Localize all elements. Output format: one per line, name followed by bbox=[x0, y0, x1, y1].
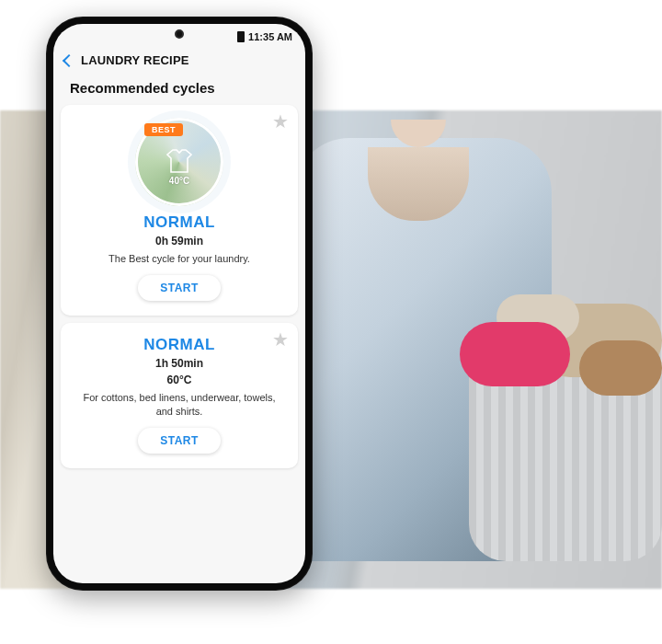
cycle-name: NORMAL bbox=[75, 213, 283, 232]
back-icon[interactable] bbox=[63, 53, 75, 66]
status-time: 11:35 AM bbox=[248, 31, 292, 42]
cycle-icon-temp: 40°C bbox=[169, 176, 189, 186]
favorite-star-icon[interactable]: ★ bbox=[272, 330, 289, 349]
phone-screen: 11:35 AM LAUNDRY RECIPE Recommended cycl… bbox=[53, 24, 305, 583]
cycle-image: BEST 40°C bbox=[135, 118, 223, 206]
cycle-card-best: ★ BEST 40°C NORMAL 0h 59min The Best cyc… bbox=[61, 105, 298, 316]
phone-frame: 11:35 AM LAUNDRY RECIPE Recommended cycl… bbox=[46, 17, 313, 591]
start-button[interactable]: START bbox=[138, 275, 221, 301]
battery-icon bbox=[237, 31, 245, 42]
section-title: Recommended cycles bbox=[53, 75, 305, 105]
laundry-pile bbox=[441, 294, 662, 396]
start-button[interactable]: START bbox=[138, 428, 221, 454]
best-badge: BEST bbox=[144, 123, 183, 136]
cycle-temperature: 60°C bbox=[75, 373, 283, 387]
app-bar: LAUNDRY RECIPE bbox=[53, 50, 305, 75]
shirt-icon bbox=[164, 148, 195, 176]
favorite-star-icon[interactable]: ★ bbox=[272, 112, 289, 131]
cycle-card: ★ NORMAL 1h 50min 60°C For cottons, bed … bbox=[61, 323, 298, 468]
cycle-description: The Best cycle for your laundry. bbox=[75, 252, 283, 266]
cycle-description: For cottons, bed linens, underwear, towe… bbox=[75, 391, 283, 419]
cycle-duration: 1h 50min bbox=[75, 356, 283, 371]
appbar-title: LAUNDRY RECIPE bbox=[81, 53, 189, 67]
front-camera bbox=[175, 29, 184, 39]
cycle-duration: 0h 59min bbox=[75, 234, 283, 248]
cycle-name: NORMAL bbox=[75, 336, 283, 354]
